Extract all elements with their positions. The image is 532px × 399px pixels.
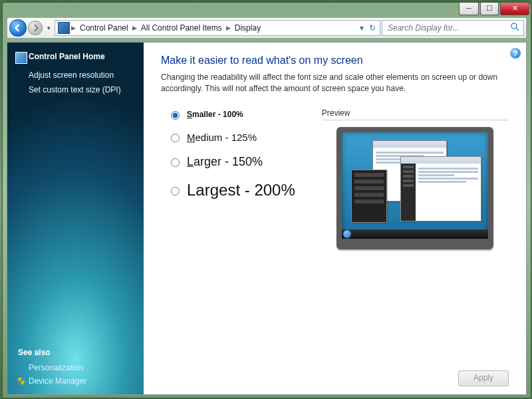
body: Control Panel Home Adjust screen resolut… [7, 42, 527, 395]
option-largest[interactable]: Largest - 200% [168, 181, 295, 200]
control-panel-icon [15, 52, 27, 64]
maximize-button[interactable]: ☐ [480, 3, 499, 15]
control-panel-home-link[interactable]: Control Panel Home [7, 52, 144, 68]
close-button[interactable]: ✕ [500, 3, 529, 15]
recent-pages-dropdown[interactable]: ▾ [44, 25, 53, 31]
option-larger[interactable]: Larger - 150% [168, 155, 295, 169]
preview-monitor [336, 127, 493, 249]
content-pane: ? Make it easier to read what's on my sc… [144, 43, 526, 394]
radio-largest[interactable] [171, 187, 180, 196]
svg-line-1 [516, 28, 519, 31]
set-dpi-link[interactable]: Set custom text size (DPI) [7, 82, 144, 97]
breadcrumb-control-panel[interactable]: Control Panel [77, 23, 131, 33]
refresh-icon[interactable]: ↻ [368, 23, 377, 33]
svg-point-0 [511, 23, 517, 29]
radio-larger[interactable] [171, 158, 180, 167]
back-button[interactable] [9, 19, 27, 37]
help-icon[interactable]: ? [510, 48, 521, 59]
navigation-bar: ▾ ▶ Control Panel ▶ All Control Panel It… [7, 17, 527, 39]
breadcrumb-all-items[interactable]: All Control Panel Items [138, 23, 225, 33]
option-medium[interactable]: Medium - 125% [168, 132, 295, 143]
breadcrumb-display[interactable]: Display [232, 23, 263, 33]
address-bar[interactable]: ▶ Control Panel ▶ All Control Panel Item… [55, 20, 380, 36]
page-title: Make it easier to read what's on my scre… [161, 55, 509, 66]
radio-medium[interactable] [171, 134, 180, 142]
page-description: Changing the readability will affect the… [161, 72, 509, 94]
breadcrumb-sep-icon: ▶ [226, 25, 231, 31]
breadcrumb-sep-icon: ▶ [71, 25, 76, 31]
minimize-button[interactable]: ─ [459, 3, 479, 15]
option-smaller[interactable]: Smaller - 100% [168, 109, 295, 120]
device-manager-link[interactable]: Device Manager [18, 374, 133, 388]
shield-icon [17, 376, 26, 386]
search-box[interactable] [382, 20, 524, 36]
breadcrumb-sep-icon: ▶ [132, 25, 137, 31]
address-dropdown-icon[interactable]: ▾ [357, 23, 366, 33]
preview-group: Preview [322, 106, 509, 249]
personalization-link[interactable]: Personalization [18, 361, 133, 374]
titlebar[interactable]: ─ ☐ ✕ [3, 3, 531, 17]
preview-label: Preview [322, 108, 350, 118]
radio-smaller[interactable] [171, 111, 180, 120]
display-icon [58, 22, 70, 34]
apply-button[interactable]: Apply [458, 370, 509, 386]
scale-options: Smaller - 100% Medium - 125% Larger - 15… [161, 106, 295, 249]
forward-button[interactable] [28, 21, 43, 35]
adjust-resolution-link[interactable]: Adjust screen resolution [7, 68, 144, 82]
see-also-heading: See also [18, 348, 133, 361]
control-panel-window: ─ ☐ ✕ ▾ ▶ Control Panel ▶ All Control Pa… [2, 2, 531, 398]
sidebar: Control Panel Home Adjust screen resolut… [7, 43, 144, 394]
search-input[interactable] [386, 23, 495, 33]
search-icon[interactable] [510, 22, 519, 34]
